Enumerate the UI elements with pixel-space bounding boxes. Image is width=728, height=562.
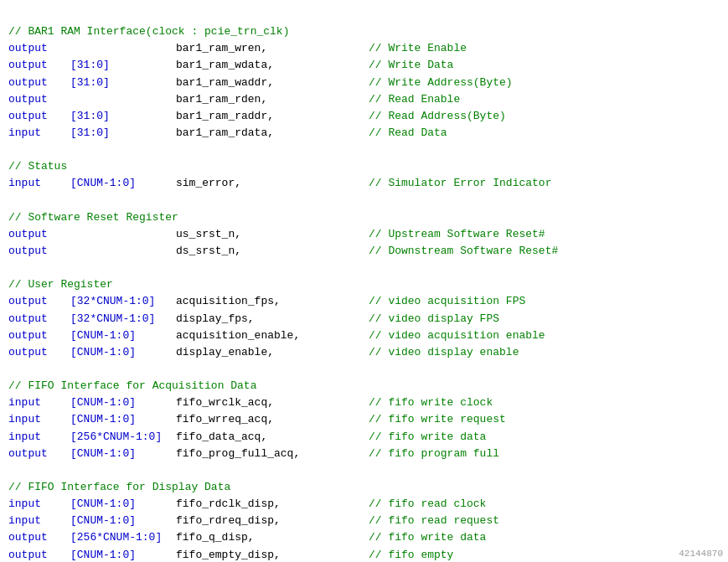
code-line: output[31:0]bar1_ram_raddr,// Read Addre…	[8, 108, 720, 125]
code-line: output[32*CNUM-1:0]acquisition_fps,// vi…	[8, 293, 720, 310]
section-comment: // Status	[8, 158, 720, 175]
code-line: input[CNUM-1:0]sim_error,// Simulator Er…	[8, 175, 720, 192]
code-line: output[31:0]bar1_ram_wdata,// Write Data	[8, 57, 720, 74]
section-comment: // FIFO Interface for Display Data	[8, 479, 720, 496]
code-line: output[CNUM-1:0]display_enable,// video …	[8, 344, 720, 361]
blank-line	[8, 361, 720, 378]
code-line: output[32*CNUM-1:0]display_fps,// video …	[8, 311, 720, 327]
code-line: input[31:0]bar1_ram_rdata,// Read Data	[8, 125, 720, 142]
code-line: input[CNUM-1:0]fifo_rdreq_disp,// fifo r…	[8, 513, 720, 529]
code-line: output[CNUM-1:0]fifo_empty_disp,// fifo …	[8, 547, 720, 563]
blank-line	[8, 142, 720, 158]
watermark: 42144870	[679, 549, 723, 559]
section-comment: // BAR1 RAM Interface(clock : pcie_trn_c…	[8, 23, 720, 40]
code-line: output[CNUM-1:0]fifo_prog_full_acq,// fi…	[8, 446, 720, 462]
code-line: input[CNUM-1:0]fifo_wrreq_acq,// fifo wr…	[8, 411, 720, 428]
code-view: // BAR1 RAM Interface(clock : pcie_trn_c…	[8, 7, 720, 562]
code-line: outputbar1_ram_rden,// Read Enable	[8, 91, 720, 108]
code-line: output[31:0]bar1_ram_waddr,// Write Addr…	[8, 75, 720, 91]
code-line: outputus_srst_n,// Upstream Software Res…	[8, 226, 720, 243]
section-comment: // Software Reset Register	[8, 209, 720, 226]
code-line: input[CNUM-1:0]fifo_rdclk_disp,// fifo r…	[8, 496, 720, 513]
code-line: output[256*CNUM-1:0]fifo_q_disp,// fifo …	[8, 529, 720, 546]
section-comment: // User Register	[8, 276, 720, 293]
code-line: outputbar1_ram_wren,// Write Enable	[8, 40, 720, 57]
blank-line	[8, 193, 720, 209]
code-line: outputds_srst_n,// Downstream Software R…	[8, 243, 720, 260]
blank-line	[8, 260, 720, 276]
code-line: output[CNUM-1:0]acquisition_enable,// vi…	[8, 327, 720, 344]
section-comment: // FIFO Interface for Acquisition Data	[8, 378, 720, 394]
code-line: input[256*CNUM-1:0]fifo_data_acq,// fifo…	[8, 429, 720, 446]
blank-line	[8, 462, 720, 479]
code-line: input[CNUM-1:0]fifo_wrclk_acq,// fifo wr…	[8, 394, 720, 411]
